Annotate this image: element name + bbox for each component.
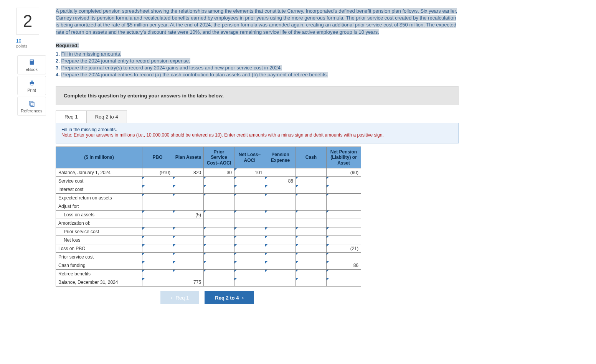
cell-input[interactable] [265,270,296,278]
cell-input[interactable] [234,270,265,278]
cell-input[interactable] [327,236,361,244]
cell-input[interactable] [234,253,265,261]
cell-input[interactable] [173,194,204,202]
cell-input[interactable] [296,177,327,185]
cell-input[interactable] [327,278,361,287]
cell-input[interactable] [296,278,327,287]
cell-input[interactable] [327,270,361,278]
cell-input[interactable] [296,194,327,202]
cell-input[interactable] [234,236,265,244]
cell-input[interactable] [142,261,173,270]
cell-input[interactable] [265,253,296,261]
tab-req1[interactable]: Req 1 [56,110,87,123]
cell-input[interactable] [173,236,204,244]
cell-input[interactable] [142,177,173,185]
row-label: Adjust for: [56,202,142,211]
cell-input[interactable] [234,261,265,270]
cell-input[interactable]: 86 [265,177,296,185]
cell-input[interactable] [327,253,361,261]
cell-input[interactable] [204,261,234,270]
cell-input[interactable] [296,168,327,177]
cell-input[interactable] [234,278,265,287]
cell-input[interactable] [142,278,173,287]
cell-input[interactable] [296,227,327,236]
cell-input[interactable] [296,244,327,253]
cell-input[interactable] [173,227,204,236]
cell-input[interactable]: (21) [327,244,361,253]
cell-input[interactable] [265,261,296,270]
cell-input[interactable] [265,236,296,244]
input-marker-icon [173,261,175,264]
nav-prev-button[interactable]: ‹ Req 1 [160,291,199,304]
cell-input[interactable] [296,211,327,219]
cell-input[interactable] [265,168,296,177]
required-heading: Required: [56,43,79,48]
cell-input[interactable] [204,278,234,287]
cell-input[interactable] [204,244,234,253]
cell-input[interactable] [296,261,327,270]
cell-input[interactable] [142,185,173,194]
cell-input[interactable] [204,270,234,278]
cell-input[interactable] [173,244,204,253]
cell-input[interactable] [296,253,327,261]
cell-input[interactable] [234,244,265,253]
cell-input[interactable] [234,211,265,219]
cell-input[interactable] [296,270,327,278]
cell-input[interactable] [142,227,173,236]
cell-input[interactable]: 30 [204,168,234,177]
cell-input[interactable] [327,194,361,202]
cell-input[interactable] [204,211,234,219]
cell-input[interactable] [204,185,234,194]
references-button[interactable]: References [17,97,46,116]
table-row: Prior service cost [56,227,361,236]
cell-input[interactable]: (90) [327,168,361,177]
cell-input[interactable]: 101 [234,168,265,177]
cell-input[interactable] [142,236,173,244]
cell-input[interactable]: (910) [142,168,173,177]
cell-input[interactable] [173,270,204,278]
cell-input[interactable] [142,253,173,261]
input-marker-icon [173,185,175,188]
cell-input[interactable] [234,194,265,202]
cell-input[interactable] [327,177,361,185]
print-button[interactable]: Print [17,76,46,95]
cell-input[interactable] [204,227,234,236]
cell-input[interactable] [265,278,296,287]
cell-input[interactable] [234,227,265,236]
cell-input[interactable] [204,253,234,261]
cell-input[interactable] [265,244,296,253]
cell-input[interactable] [296,236,327,244]
cell-input[interactable] [204,236,234,244]
cell-input[interactable] [265,211,296,219]
cell-input[interactable]: 775 [173,278,204,287]
cell-input[interactable] [142,211,173,219]
cell-input[interactable] [265,185,296,194]
cell-input[interactable] [327,185,361,194]
cell-input[interactable] [173,185,204,194]
cell-input[interactable] [204,194,234,202]
cell-input[interactable] [265,227,296,236]
cell-input[interactable] [296,185,327,194]
cell-input[interactable] [142,194,173,202]
cell-input[interactable] [327,227,361,236]
row-label: Expected return on assets [56,194,142,202]
col-header-pension-expense: Pension Expense [265,147,296,168]
cell-input[interactable]: 86 [327,261,361,270]
cell-input[interactable]: 820 [173,168,204,177]
cell-input[interactable] [234,185,265,194]
input-marker-icon [296,278,298,280]
input-marker-icon [296,185,298,188]
tab-req2to4[interactable]: Req 2 to 4 [86,110,127,123]
cell-input[interactable] [265,194,296,202]
cell-input[interactable] [327,211,361,219]
cell-input[interactable]: (5) [173,211,204,219]
cell-input[interactable] [142,244,173,253]
cell-input[interactable] [173,177,204,185]
cell-input[interactable] [173,261,204,270]
ebook-button[interactable]: eBook [17,55,46,74]
cell-input[interactable] [234,177,265,185]
cell-input[interactable] [142,270,173,278]
cell-input[interactable] [173,253,204,261]
cell-input[interactable] [204,177,234,185]
nav-next-button[interactable]: Req 2 to 4 › [205,291,254,304]
